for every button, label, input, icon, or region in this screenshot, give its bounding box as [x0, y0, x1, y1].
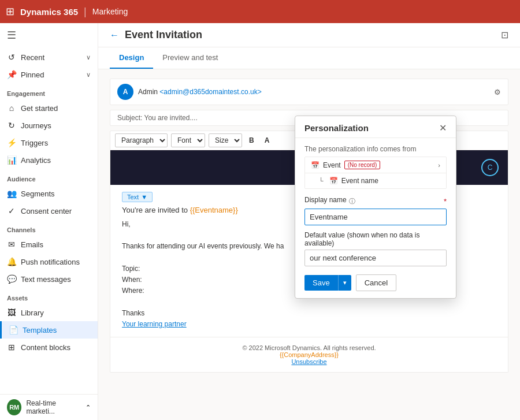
save-icon[interactable]: ⊡ — [501, 29, 508, 40]
journeys-label: Journeys — [21, 121, 51, 130]
trigger-icon: ⚡ — [7, 138, 16, 147]
dialog-body: The personalization info comes from 📅 Ev… — [295, 138, 456, 298]
block-icon: ⊞ — [7, 343, 16, 352]
push-icon: 🔔 — [7, 257, 16, 266]
dialog-title: Personalization — [304, 123, 369, 133]
analytics-label: Analytics — [21, 156, 51, 165]
sidebar-item-text[interactable]: 💬 Text messages — [0, 270, 98, 288]
consent-label: Consent center — [21, 207, 72, 215]
tree-event-label: Event — [323, 161, 341, 169]
tab-design[interactable]: Design — [110, 47, 153, 69]
recent-chevron: ∨ — [86, 54, 91, 61]
info-icon: ⓘ — [349, 197, 355, 206]
sidebar-item-templates[interactable]: 📄 Templates — [0, 321, 98, 339]
sms-icon: 💬 — [7, 274, 16, 284]
tree-event-name-label: Event name — [341, 177, 378, 185]
email-icon: ✉ — [7, 240, 16, 249]
email-area: A Admin <admin@d365domaintest.co.uk> ⚙ S… — [98, 69, 520, 420]
dialog-header: Personalization ✕ — [295, 116, 456, 138]
display-name-input[interactable] — [304, 209, 447, 225]
event-name-icon: 📅 — [329, 177, 338, 185]
tree-event-row[interactable]: 📅 Event (No record) › — [305, 157, 446, 173]
sidebar-item-library[interactable]: 🖼 Library — [0, 304, 98, 321]
no-record-badge: (No record) — [344, 161, 381, 169]
home-icon: ⌂ — [7, 103, 16, 113]
footer-label: Real-time marketi... — [26, 399, 81, 415]
personalization-dialog: Personalization ✕ The personalization in… — [295, 116, 456, 299]
sidebar-item-analytics[interactable]: 📊 Analytics — [0, 151, 98, 169]
app-subtitle: Marketing — [92, 7, 128, 16]
sidebar-item-emails[interactable]: ✉ Emails — [0, 236, 98, 253]
dialog-overlay: Personalization ✕ The personalization in… — [98, 69, 520, 420]
journey-icon: ↻ — [7, 121, 16, 130]
grid-icon[interactable]: ⊞ — [6, 5, 14, 18]
sidebar-pinned-label: Pinned — [21, 70, 44, 79]
sidebar-item-segments[interactable]: 👥 Segments — [0, 185, 98, 202]
assets-header: Assets — [0, 290, 98, 304]
pinned-chevron: ∨ — [86, 71, 91, 79]
footer-chevron: ⌃ — [86, 404, 91, 411]
tree-indent-icon: └ — [319, 177, 324, 184]
engagement-header: Engagement — [0, 86, 98, 99]
get-started-label: Get started — [21, 104, 58, 113]
templates-label: Templates — [23, 326, 57, 334]
sidebar-item-triggers[interactable]: ⚡ Triggers — [0, 134, 98, 151]
default-value-label: Default value (shown when no data is ava… — [304, 231, 447, 247]
text-label: Text messages — [21, 275, 71, 284]
triggers-label: Triggers — [21, 139, 48, 147]
back-button[interactable]: ← — [110, 30, 119, 40]
segments-icon: 👥 — [7, 189, 16, 198]
required-marker: * — [444, 197, 447, 206]
app-title: Dynamics 365 — [20, 7, 78, 17]
content-area: ← Event Invitation ⊡ Design Preview and … — [98, 23, 520, 420]
sidebar: ☰ ↺ Recent ∨ 📌 Pinned ∨ Engagement ⌂ Get… — [0, 23, 98, 420]
page-title: Event Invitation — [125, 29, 202, 41]
sidebar-item-consent[interactable]: ✓ Consent center — [0, 202, 98, 220]
sidebar-item-recent[interactable]: ↺ Recent ∨ — [0, 49, 98, 66]
audience-header: Audience — [0, 171, 98, 185]
sidebar-item-push[interactable]: 🔔 Push notifications — [0, 253, 98, 270]
template-icon: 📄 — [9, 325, 18, 334]
top-bar: ⊞ Dynamics 365 | Marketing — [0, 0, 520, 23]
sidebar-hamburger[interactable]: ☰ — [0, 23, 98, 47]
analytics-icon: 📊 — [7, 155, 16, 165]
sidebar-footer[interactable]: RM Real-time marketi... ⌃ — [0, 394, 98, 420]
save-button-group: Save ▾ — [304, 275, 351, 291]
dialog-close-button[interactable]: ✕ — [439, 124, 447, 133]
sidebar-item-get-started[interactable]: ⌂ Get started — [0, 99, 98, 117]
sidebar-recent-label: Recent — [21, 53, 44, 62]
consent-icon: ✓ — [7, 206, 16, 215]
page-header: ← Event Invitation ⊡ — [98, 23, 520, 47]
library-label: Library — [21, 309, 44, 317]
emails-label: Emails — [21, 240, 43, 249]
tree-chevron: › — [438, 162, 440, 169]
library-icon: 🖼 — [7, 308, 16, 317]
push-label: Push notifications — [21, 258, 80, 266]
content-blocks-label: Content blocks — [21, 343, 70, 352]
sidebar-item-journeys[interactable]: ↻ Journeys — [0, 117, 98, 134]
personalization-tree: 📅 Event (No record) › └ 📅 Event name — [304, 157, 447, 189]
personalization-source-label: The personalization info comes from — [304, 145, 447, 153]
recent-icon: ↺ — [7, 53, 16, 62]
segments-label: Segments — [21, 189, 55, 198]
separator: | — [84, 6, 87, 18]
dialog-actions: Save ▾ Cancel — [304, 274, 447, 291]
save-dropdown-button[interactable]: ▾ — [338, 275, 351, 291]
pin-icon: 📌 — [7, 70, 16, 79]
channels-header: Channels — [0, 222, 98, 236]
tabs-bar: Design Preview and test — [98, 47, 520, 69]
event-icon: 📅 — [311, 161, 320, 169]
display-name-label: Display name — [304, 196, 347, 204]
default-value-input[interactable] — [304, 250, 447, 266]
tree-event-name-row[interactable]: └ 📅 Event name — [305, 173, 446, 188]
sidebar-item-pinned[interactable]: 📌 Pinned ∨ — [0, 66, 98, 83]
tab-preview[interactable]: Preview and test — [153, 47, 227, 69]
cancel-button[interactable]: Cancel — [356, 274, 396, 291]
save-button[interactable]: Save — [304, 275, 338, 291]
sidebar-item-content-blocks[interactable]: ⊞ Content blocks — [0, 339, 98, 356]
footer-avatar: RM — [7, 399, 21, 415]
